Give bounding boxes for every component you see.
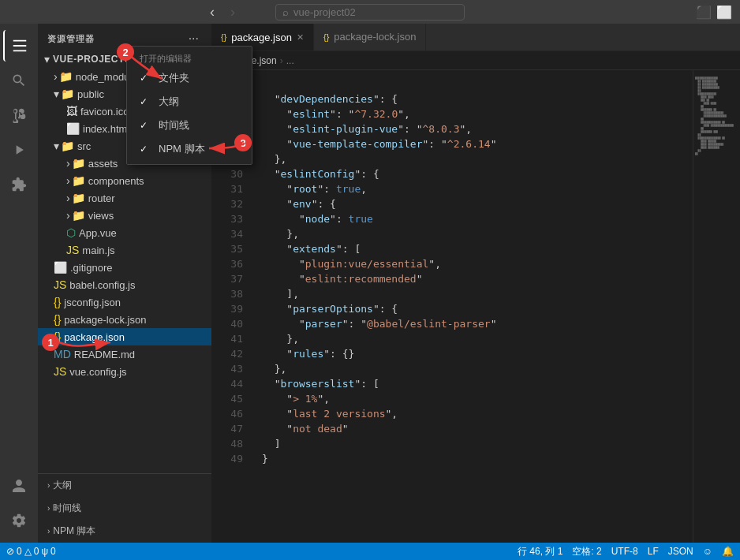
breadcrumb-sep: ›: [280, 55, 283, 66]
json-icon: {}: [54, 296, 61, 308]
html-icon: ⬜: [66, 122, 80, 135]
components-label: components: [88, 175, 144, 187]
status-position[interactable]: 行 46, 列 1: [518, 545, 562, 558]
check-npm: ✓: [140, 144, 152, 155]
activity-settings[interactable]: [3, 505, 35, 536]
titlebar-icons: ⬛ ⬜: [696, 5, 732, 20]
tree-views[interactable]: › 📁 views: [38, 207, 211, 224]
titlebar-search[interactable]: ⌕: [275, 4, 465, 21]
tree-vue-config[interactable]: JS vue.config.js: [38, 363, 211, 380]
tree-package-json[interactable]: {} package.json: [38, 328, 211, 345]
tree-package-lock[interactable]: {} package-lock.json: [38, 311, 211, 328]
check-outline: ✓: [140, 96, 152, 107]
back-button[interactable]: ‹: [205, 2, 219, 22]
tabs-bar: {} package.json ✕ {} package-lock.json: [211, 24, 740, 51]
forward-button[interactable]: ›: [226, 2, 240, 22]
chevron-right-icon3: ›: [66, 174, 70, 187]
router-label: router: [88, 192, 115, 204]
folder-icon7: 📁: [72, 209, 85, 222]
md-icon: MD: [54, 348, 71, 360]
minimap: ████████████████ ██ ██████████ ██ ██████…: [693, 70, 740, 543]
tree-gitignore[interactable]: ⬜ .gitignore: [38, 259, 211, 276]
context-menu: 打开的编辑器 ✓ 文件夹 ✓ 大纲 ✓ 时间线 ✓ NPM 脚本: [126, 46, 252, 165]
search-input[interactable]: [293, 6, 458, 18]
package-json-label: package.json: [64, 331, 125, 343]
error-icon: ⊘: [6, 546, 14, 557]
menu-outline-label: 大纲: [159, 95, 239, 109]
menu-section-label: 打开的编辑器: [127, 50, 252, 66]
breadcrumb-section: ...: [286, 55, 294, 66]
feedback-icon[interactable]: ☺: [703, 546, 712, 557]
tree-readme[interactable]: MD README.md: [38, 345, 211, 363]
menu-npm-label: NPM 脚本: [159, 142, 239, 156]
status-bar: ⊘ 0 △ 0 ψ 0 行 46, 列 1 空格: 2 UTF-8 LF JSO…: [0, 543, 740, 560]
activity-account[interactable]: [3, 470, 35, 502]
tree-router[interactable]: › 📁 router: [38, 189, 211, 207]
editor-area: {} package.json ✕ {} package-lock.json p…: [211, 24, 740, 543]
activity-search[interactable]: [3, 65, 35, 96]
tree-babel[interactable]: JS babel.config.js: [38, 276, 211, 293]
activity-extensions[interactable]: [3, 169, 35, 200]
menu-files-label: 文件夹: [159, 71, 239, 85]
js-icon2: JS: [54, 278, 66, 291]
notification-icon[interactable]: 🔔: [722, 546, 734, 557]
activity-source-control[interactable]: [3, 99, 35, 131]
menu-item-files[interactable]: ✓ 文件夹: [127, 66, 252, 90]
breadcrumb: package.json › ...: [211, 51, 740, 70]
menu-item-outline[interactable]: ✓ 大纲: [127, 90, 252, 114]
timeline-label: 时间线: [53, 502, 81, 515]
tree-main-js[interactable]: JS main.js: [38, 241, 211, 259]
status-line-ending[interactable]: LF: [648, 546, 659, 557]
chevron-right-icon2: ›: [66, 157, 70, 170]
activity-run[interactable]: [3, 134, 35, 166]
js-icon3: JS: [54, 365, 66, 378]
tab-package-lock[interactable]: {} package-lock.json: [314, 24, 426, 50]
badge-2: 2: [117, 43, 134, 61]
git-icon: ⬜: [54, 261, 67, 274]
main-area: 资源管理器 ··· ▾ VUE-PROJECT02 › 📁 node_modul…: [0, 24, 740, 543]
tab-package-json-label: package.json: [231, 32, 292, 43]
status-errors[interactable]: ⊘ 0 △ 0 ψ 0: [6, 546, 56, 557]
menu-item-timeline[interactable]: ✓ 时间线: [127, 114, 252, 137]
outline-chevron: ›: [47, 481, 50, 490]
menu-item-npm[interactable]: ✓ NPM 脚本: [127, 137, 252, 161]
code-editor[interactable]: 2425262728 2930313233 3435363738 3940414…: [211, 70, 693, 543]
sidebar-outline[interactable]: › 大纲: [38, 474, 211, 497]
npm-label: NPM 脚本: [53, 525, 95, 538]
public-label: public: [77, 88, 104, 100]
json-icon2: {}: [54, 313, 61, 326]
sidebar-npm[interactable]: › NPM 脚本: [38, 520, 211, 543]
chevron-right-icon5: ›: [66, 209, 70, 222]
tree-jsconfig[interactable]: {} jsconfig.json: [38, 293, 211, 311]
sidebar-more-button[interactable]: ···: [185, 32, 202, 46]
babel-label: babel.config.js: [69, 279, 135, 291]
activity-bar: [0, 24, 38, 543]
layout-icon[interactable]: ⬛: [696, 5, 712, 20]
chevron-down-icon2: ▾: [54, 88, 59, 100]
activity-explorer[interactable]: [3, 30, 35, 62]
sidebar-timeline[interactable]: › 时间线: [38, 497, 211, 520]
badge-3: 3: [234, 134, 252, 151]
tree-app-vue[interactable]: ⬡ App.vue: [38, 224, 211, 241]
info-count: 0: [50, 546, 56, 557]
check-timeline: ✓: [140, 120, 152, 131]
js-icon: JS: [66, 244, 79, 256]
search-icon: ⌕: [282, 6, 289, 18]
status-language[interactable]: JSON: [668, 546, 693, 557]
warning-icon: △: [24, 546, 32, 557]
split-icon[interactable]: ⬜: [716, 5, 732, 20]
titlebar: ‹ › ⌕ ⬛ ⬜: [0, 0, 740, 24]
tab-json-icon2: {}: [323, 32, 329, 42]
favicon-label: favicon.ico: [80, 106, 129, 118]
folder-icon2: 📁: [61, 88, 74, 100]
chevron-right-icon: ›: [54, 70, 58, 83]
tab-package-lock-label: package-lock.json: [334, 31, 416, 43]
tree-components[interactable]: › 📁 components: [38, 172, 211, 189]
outline-label: 大纲: [53, 479, 72, 492]
status-spaces[interactable]: 空格: 2: [572, 545, 601, 558]
status-encoding[interactable]: UTF-8: [611, 546, 638, 557]
npm-chevron: ›: [47, 527, 50, 536]
main-js-label: main.js: [82, 245, 114, 256]
sidebar-bottom: › 大纲 › 时间线 › NPM 脚本: [38, 473, 211, 543]
tab-close-btn[interactable]: ✕: [297, 32, 304, 43]
